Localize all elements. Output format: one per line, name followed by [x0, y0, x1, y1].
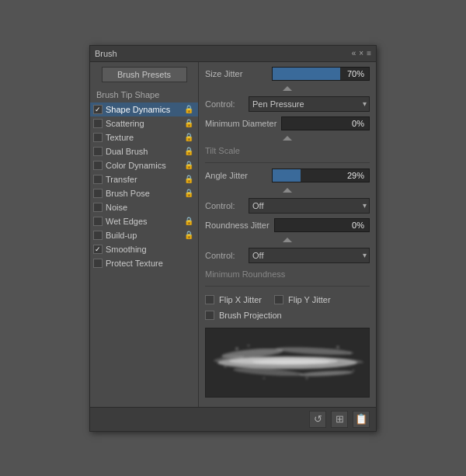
checkbox-scattering[interactable]	[93, 119, 103, 128]
brush-panel: Brush « × ≡ Brush Presets Brush Tip Shap…	[89, 45, 377, 432]
lock-noise	[184, 203, 193, 212]
checkbox-build-up[interactable]	[93, 231, 103, 240]
brush-projection-row: Brush Projection	[205, 311, 370, 320]
svg-point-9	[235, 347, 238, 350]
size-jitter-value: 70%	[347, 69, 364, 78]
brush-tip-section-label: Brush Tip Shape	[90, 89, 198, 102]
lock-transfer: 🔒	[184, 175, 193, 184]
roundness-jitter-slider[interactable]: 0%	[274, 218, 370, 232]
sidebar-label-dual-brush: Dual Brush	[106, 147, 181, 156]
toolbar-grid-button[interactable]: ⊞	[331, 411, 348, 428]
brush-projection-label: Brush Projection	[219, 311, 282, 320]
svg-point-13	[224, 365, 227, 368]
roundness-triangle	[283, 238, 292, 242]
checkbox-smoothing[interactable]: ✓	[93, 245, 103, 254]
roundness-control-label: Control:	[205, 251, 244, 260]
flip-row: Flip X Jitter Flip Y Jitter	[205, 295, 370, 304]
svg-point-8	[252, 360, 330, 364]
menu-icon[interactable]: ≡	[367, 49, 371, 57]
sidebar-label-build-up: Build-up	[106, 231, 181, 240]
angle-jitter-triangle-container	[205, 188, 370, 193]
sidebar-label-scattering: Scattering	[106, 119, 181, 128]
sidebar-label-noise: Noise	[106, 203, 181, 212]
svg-point-4	[299, 370, 353, 377]
close-icon[interactable]: ×	[359, 49, 363, 57]
checkbox-shape-dynamics[interactable]: ✓	[93, 105, 103, 114]
roundness-jitter-label: Roundness Jitter	[205, 221, 270, 230]
divider-2	[205, 286, 370, 287]
svg-point-11	[336, 346, 339, 349]
collapse-icon[interactable]: «	[352, 49, 356, 57]
sidebar-item-protect-texture[interactable]: Protect Texture	[90, 256, 198, 270]
flip-y-row: Flip Y Jitter	[274, 295, 331, 304]
lock-texture: 🔒	[184, 133, 193, 142]
panel-body: Brush Presets Brush Tip Shape ✓ Shape Dy…	[90, 62, 376, 407]
flip-x-label: Flip X Jitter	[219, 295, 262, 304]
angle-jitter-fill	[273, 169, 301, 182]
checkbox-brush-pose[interactable]	[93, 189, 103, 198]
lock-color-dynamics: 🔒	[184, 161, 193, 170]
brush-presets-button[interactable]: Brush Presets	[102, 67, 187, 82]
roundness-jitter-row: Roundness Jitter 0%	[205, 218, 370, 232]
sidebar: Brush Presets Brush Tip Shape ✓ Shape Dy…	[90, 62, 199, 407]
tilt-scale-label: Tilt Scale	[205, 144, 370, 157]
lock-wet-edges: 🔒	[184, 217, 193, 226]
sidebar-label-smoothing: Smoothing	[106, 245, 181, 254]
main-content: Size Jitter 70% Control: Pen Pressure	[199, 62, 376, 407]
angle-jitter-value: 29%	[347, 171, 364, 180]
sidebar-item-transfer[interactable]: Transfer 🔒	[90, 172, 198, 186]
lock-dual-brush: 🔒	[184, 147, 193, 156]
checkbox-texture[interactable]	[93, 133, 103, 142]
sidebar-item-texture[interactable]: Texture 🔒	[90, 130, 198, 144]
sidebar-item-brush-pose[interactable]: Brush Pose 🔒	[90, 186, 198, 200]
sidebar-label-shape-dynamics: Shape Dynamics	[106, 105, 181, 114]
sidebar-label-protect-texture: Protect Texture	[106, 259, 181, 268]
toolbar-clipboard-button[interactable]: 📋	[353, 411, 370, 428]
sidebar-item-wet-edges[interactable]: Wet Edges 🔒	[90, 214, 198, 228]
checkbox-color-dynamics[interactable]	[93, 161, 103, 170]
lock-shape-dynamics: 🔒	[184, 105, 193, 114]
min-diameter-row: Minimum Diameter 0%	[205, 116, 370, 130]
size-jitter-label: Size Jitter	[205, 69, 267, 78]
checkbox-protect-texture[interactable]	[93, 259, 103, 268]
min-diameter-value: 0%	[352, 119, 364, 128]
roundness-jitter-value: 0%	[352, 221, 364, 230]
checkbox-wet-edges[interactable]	[93, 217, 103, 226]
size-control-label: Control:	[205, 99, 244, 109]
flip-x-checkbox[interactable]	[205, 295, 214, 304]
sidebar-item-shape-dynamics[interactable]: ✓ Shape Dynamics 🔒	[90, 102, 198, 116]
titlebar-icons: « × ≡	[352, 49, 371, 57]
sidebar-item-build-up[interactable]: Build-up 🔒	[90, 228, 198, 242]
svg-point-12	[349, 352, 351, 354]
flip-y-checkbox[interactable]	[274, 295, 283, 304]
flip-y-label: Flip Y Jitter	[288, 295, 331, 304]
brush-projection-checkbox[interactable]	[205, 311, 214, 320]
roundness-control-select[interactable]: Off Fade Pen Pressure Pen Tilt	[249, 248, 370, 263]
roundness-control-row: Control: Off Fade Pen Pressure Pen Tilt	[205, 248, 370, 263]
checkbox-dual-brush[interactable]	[93, 147, 103, 156]
toolbar-recycle-button[interactable]: ↺	[309, 411, 326, 428]
sidebar-item-dual-brush[interactable]: Dual Brush 🔒	[90, 144, 198, 158]
sidebar-item-scattering[interactable]: Scattering 🔒	[90, 116, 198, 130]
svg-point-14	[353, 369, 355, 371]
sidebar-item-noise[interactable]: Noise	[90, 200, 198, 214]
checkbox-noise[interactable]	[93, 203, 103, 212]
angle-control-select[interactable]: Off Fade Initial Direction Direction	[249, 198, 370, 214]
sidebar-label-texture: Texture	[106, 133, 181, 142]
angle-jitter-label: Angle Jitter	[205, 171, 267, 180]
svg-point-15	[263, 377, 266, 379]
angle-jitter-slider[interactable]: 29%	[272, 169, 370, 182]
roundness-triangle-container	[205, 238, 370, 242]
size-jitter-fill	[273, 68, 340, 80]
sidebar-item-smoothing[interactable]: ✓ Smoothing	[90, 242, 198, 256]
lock-scattering: 🔒	[184, 119, 193, 128]
checkbox-transfer[interactable]	[93, 175, 103, 184]
sidebar-label-wet-edges: Wet Edges	[106, 217, 181, 226]
lock-protect-texture	[184, 259, 193, 268]
size-jitter-slider[interactable]: 70%	[272, 67, 370, 81]
min-roundness-label: Minimum Roundness	[205, 268, 370, 280]
min-diameter-slider[interactable]: 0%	[281, 116, 370, 130]
brush-preview	[205, 328, 370, 398]
sidebar-item-color-dynamics[interactable]: Color Dynamics 🔒	[90, 158, 198, 172]
size-control-select[interactable]: Pen Pressure Off Fade Pen Tilt	[249, 96, 370, 112]
